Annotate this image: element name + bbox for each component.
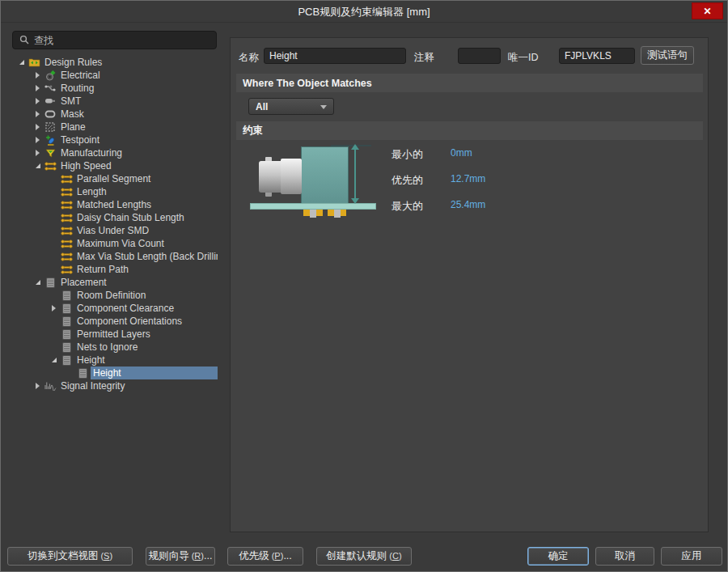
apply-button[interactable]: 应用 bbox=[661, 547, 722, 566]
tree-collapsed-arrow-icon[interactable] bbox=[33, 137, 42, 143]
placement-icon bbox=[60, 316, 73, 327]
tree-expanded-arrow-icon[interactable] bbox=[33, 163, 42, 168]
tree-item-routing[interactable]: Routing bbox=[12, 82, 218, 95]
button-label: 规则向导 bbox=[149, 550, 189, 561]
highspeed-icon bbox=[44, 160, 57, 172]
tree-item-daisy-chain-stub-length[interactable]: Daisy Chain Stub Length bbox=[12, 211, 218, 224]
tree-item-label: Plane bbox=[58, 121, 218, 133]
tree-item-label: Manufacturing bbox=[58, 146, 218, 159]
tree-item-label: Parallel Segment bbox=[74, 172, 218, 185]
tree-expanded-arrow-icon[interactable] bbox=[33, 280, 42, 285]
tree-item-parallel-segment[interactable]: Parallel Segment bbox=[12, 172, 218, 185]
tree-item-maximum-via-count[interactable]: Maximum Via Count bbox=[12, 237, 218, 250]
tree-item-room-definition[interactable]: Room Definition bbox=[12, 289, 218, 302]
tree-collapsed-arrow-icon[interactable] bbox=[33, 111, 42, 117]
tree-collapsed-arrow-icon[interactable] bbox=[33, 383, 42, 389]
shortcut-key: (R) bbox=[192, 551, 204, 561]
tree-item-vias-under-smd[interactable]: Vias Under SMD bbox=[12, 224, 218, 237]
tree-item-label: Component Clearance bbox=[74, 302, 218, 315]
tree-item-label: Permitted Layers bbox=[74, 328, 218, 341]
comment-input[interactable] bbox=[458, 48, 501, 64]
tree-item-label: Placement bbox=[58, 276, 218, 289]
tree-item-max-via-stub-length-back-drilling[interactable]: Max Via Stub Length (Back Drilling bbox=[12, 250, 218, 263]
tree-item-testpoint[interactable]: Testpoint bbox=[12, 133, 218, 146]
scope-dropdown[interactable]: All bbox=[248, 98, 334, 115]
button-suffix: ... bbox=[204, 550, 212, 561]
tree-item-design-rules[interactable]: Design Rules bbox=[12, 56, 218, 69]
switch-to-document-view-button[interactable]: 切换到文档视图(S) bbox=[7, 547, 133, 566]
tree-item-plane[interactable]: Plane bbox=[12, 121, 218, 133]
preferred-value[interactable]: 12.7mm bbox=[451, 173, 485, 184]
titlebar: PCB规则及约束编辑器 [mm] ✕ bbox=[1, 1, 727, 23]
tree-item-label: Maximum Via Count bbox=[74, 237, 218, 250]
scope-dropdown-value: All bbox=[256, 101, 268, 112]
placement-icon bbox=[60, 354, 73, 366]
window-title: PCB规则及约束编辑器 [mm] bbox=[1, 1, 727, 23]
electrical-icon bbox=[44, 70, 57, 81]
tree-item-label: Component Orientations bbox=[74, 315, 218, 328]
tree-item-label: Height bbox=[74, 354, 218, 367]
tree-item-label: Return Path bbox=[74, 263, 218, 276]
tree-item-height[interactable]: Height bbox=[12, 367, 218, 379]
rule-editor-panel: 名称 注释 唯一ID 测试语句 Where The Object Matches… bbox=[230, 37, 709, 532]
rules-tree: Design RulesElectricalRoutingSMTMaskPlan… bbox=[12, 56, 218, 399]
tree-item-signal-integrity[interactable]: Signal Integrity bbox=[12, 379, 218, 392]
search-icon bbox=[19, 33, 29, 48]
placement-icon bbox=[60, 328, 73, 340]
button-label: 优先级 bbox=[239, 550, 269, 561]
tree-item-permitted-layers[interactable]: Permitted Layers bbox=[12, 328, 218, 341]
cancel-button[interactable]: 取消 bbox=[595, 547, 654, 566]
name-input[interactable] bbox=[264, 48, 406, 64]
tree-expanded-arrow-icon[interactable] bbox=[49, 358, 58, 362]
search-box[interactable] bbox=[12, 31, 217, 49]
tree-item-component-clearance[interactable]: Component Clearance bbox=[12, 302, 218, 315]
tree-item-height[interactable]: Height bbox=[12, 354, 218, 367]
highspeed-icon bbox=[60, 212, 73, 223]
test-queries-button[interactable]: 测试语句 bbox=[641, 46, 694, 65]
tree-item-nets-to-ignore[interactable]: Nets to Ignore bbox=[12, 341, 218, 354]
close-button[interactable]: ✕ bbox=[692, 2, 723, 19]
tree-item-label: Mask bbox=[58, 108, 218, 121]
tree-collapsed-arrow-icon[interactable] bbox=[33, 98, 42, 104]
manufacturing-icon bbox=[44, 147, 57, 159]
tree-item-component-orientations[interactable]: Component Orientations bbox=[12, 315, 218, 328]
tree-item-smt[interactable]: SMT bbox=[12, 95, 218, 108]
tree-collapsed-arrow-icon[interactable] bbox=[33, 124, 42, 130]
tree-item-label: Testpoint bbox=[58, 133, 218, 146]
unique-id-input[interactable] bbox=[559, 48, 635, 64]
ok-button[interactable]: 确定 bbox=[527, 547, 589, 566]
signal-icon bbox=[44, 380, 57, 392]
tree-item-manufacturing[interactable]: Manufacturing bbox=[12, 146, 218, 159]
maximum-value[interactable]: 25.4mm bbox=[451, 199, 485, 210]
maximum-label: 最大的 bbox=[392, 199, 423, 214]
tree-item-length[interactable]: Length bbox=[12, 185, 218, 198]
tree-expanded-arrow-icon[interactable] bbox=[17, 60, 26, 65]
tree-collapsed-arrow-icon[interactable] bbox=[33, 85, 42, 91]
tree-item-placement[interactable]: Placement bbox=[12, 276, 218, 289]
where-object-matches-header: Where The Object Matches bbox=[236, 74, 703, 92]
solder-pin bbox=[328, 210, 346, 216]
search-input[interactable] bbox=[34, 35, 210, 46]
priorities-button[interactable]: 优先级(P)... bbox=[227, 547, 303, 566]
tree-collapsed-arrow-icon[interactable] bbox=[33, 72, 42, 78]
create-default-rules-button[interactable]: 创建默认规则(C) bbox=[316, 547, 412, 566]
tree-collapsed-arrow-icon[interactable] bbox=[49, 305, 58, 311]
minimum-value[interactable]: 0mm bbox=[451, 147, 472, 159]
height-arrow-icon bbox=[354, 148, 356, 200]
preferred-constraint-row: 优先的12.7mm bbox=[392, 173, 683, 188]
constraints-header: 约束 bbox=[236, 121, 703, 140]
highspeed-icon bbox=[60, 173, 73, 184]
rule-wizard-button[interactable]: 规则向导(R)... bbox=[146, 547, 215, 566]
placement-icon bbox=[76, 367, 89, 379]
tree-collapsed-arrow-icon[interactable] bbox=[33, 150, 42, 156]
tree-item-mask[interactable]: Mask bbox=[12, 108, 218, 121]
close-icon: ✕ bbox=[703, 6, 711, 17]
tree-item-electrical[interactable]: Electrical bbox=[12, 69, 218, 82]
connector-collar bbox=[281, 159, 302, 194]
highspeed-icon bbox=[60, 264, 73, 275]
shortcut-key: (C) bbox=[389, 551, 401, 561]
tree-item-matched-lengths[interactable]: Matched Lengths bbox=[12, 198, 218, 211]
placement-icon bbox=[44, 277, 57, 288]
tree-item-return-path[interactable]: Return Path bbox=[12, 263, 218, 276]
tree-item-high-speed[interactable]: High Speed bbox=[12, 159, 218, 172]
